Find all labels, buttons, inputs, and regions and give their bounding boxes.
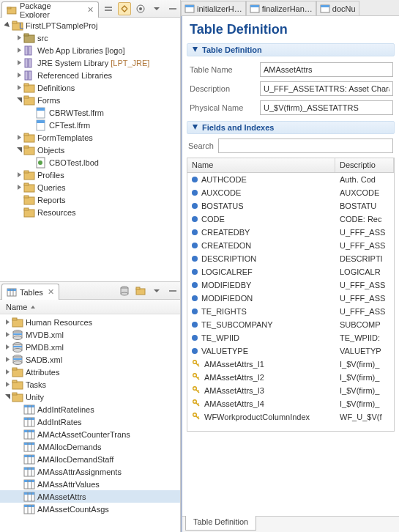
tree-form-file[interactable]: CBRWTest.lfrm xyxy=(0,106,180,119)
field-row[interactable]: AUTHCODEAuth. Cod xyxy=(187,173,394,186)
twisty-closed-icon[interactable] xyxy=(15,133,23,142)
twisty-closed-icon[interactable] xyxy=(3,368,12,377)
tree-objects[interactable]: Objects xyxy=(0,144,180,156)
twisty-open-icon[interactable] xyxy=(15,96,23,105)
input-description[interactable] xyxy=(260,81,393,96)
tree-queries[interactable]: Queries xyxy=(0,181,180,193)
tables-tab[interactable]: Tables ✕ xyxy=(1,284,59,300)
twisty-closed-icon[interactable] xyxy=(15,46,23,55)
tree-folder-tasks[interactable]: Tasks xyxy=(0,378,180,391)
tree-reports[interactable]: Reports xyxy=(0,193,180,206)
link-editor-button[interactable] xyxy=(118,2,131,15)
package-explorer-tree[interactable]: L FirstLPTSampleProj src Web App Librari… xyxy=(0,18,180,281)
twisty-closed-icon[interactable] xyxy=(3,330,12,339)
input-physical-name[interactable] xyxy=(260,100,393,115)
section-table-definition[interactable]: Table Definition xyxy=(187,43,395,56)
field-row[interactable]: BOSTATUSBOSTATU xyxy=(187,199,394,213)
tables-column-header[interactable]: Name xyxy=(0,300,180,314)
tree-db-pmdb[interactable]: PMDB.xml xyxy=(0,341,180,353)
twisty-closed-icon[interactable] xyxy=(15,71,23,80)
twisty-closed-icon[interactable] xyxy=(15,84,23,92)
tree-formtpl[interactable]: FormTemplates xyxy=(0,131,180,144)
table-item[interactable]: AddIntRatelines xyxy=(0,403,180,415)
folder-button[interactable] xyxy=(134,284,147,298)
field-row[interactable]: TE_SUBCOMPANYSUBCOMP xyxy=(187,318,394,331)
twisty-closed-icon[interactable] xyxy=(15,183,23,192)
field-row[interactable]: MODIFIEDONU_FFF_ASS xyxy=(187,292,394,305)
tree-jre[interactable]: JRE System Library [LPT_JRE] xyxy=(0,56,180,69)
field-row[interactable]: AUXCODEAUXCODE xyxy=(187,186,394,199)
editor-tab[interactable]: initializerH… xyxy=(181,1,246,15)
editor-tab[interactable]: docNu xyxy=(316,1,359,15)
cross-icon[interactable]: ✕ xyxy=(87,5,94,15)
tree-object-file[interactable]: CBOTest.lbod xyxy=(0,156,180,169)
twisty-open-icon[interactable] xyxy=(15,146,23,155)
search-input[interactable] xyxy=(218,138,393,153)
field-row[interactable]: DESCRIPTIONDESCRIPTI xyxy=(187,252,394,265)
fields-table-body[interactable]: AUTHCODEAuth. CodAUXCODEAUXCODEBOSTATUSB… xyxy=(187,173,394,431)
tree-src[interactable]: src xyxy=(0,32,180,44)
tree-resources[interactable]: Resources xyxy=(0,206,180,218)
table-item[interactable]: AMAssAttrValues xyxy=(0,478,180,490)
collapse-all-button[interactable] xyxy=(102,2,115,15)
editor-tab[interactable]: finalizerHan… xyxy=(246,1,316,15)
fields-table-header[interactable]: Name Descriptio xyxy=(187,158,394,173)
field-row[interactable]: TE_RIGHTSU_FFF_ASS xyxy=(187,305,394,318)
package-explorer-tab[interactable]: Package Explorer ✕ xyxy=(1,1,99,18)
field-row[interactable]: VALUETYPEVALUETYP xyxy=(187,344,394,358)
table-item[interactable]: AMAllocDemands xyxy=(0,440,180,453)
col-description[interactable]: Descriptio xyxy=(335,158,394,172)
view-menu-button[interactable] xyxy=(150,2,163,15)
col-name[interactable]: Name xyxy=(187,158,335,172)
table-item[interactable]: AMAllocDemandStaff xyxy=(0,453,180,465)
tables-tree[interactable]: Human Resources MVDB.xml PMDB.xml SADB.x… xyxy=(0,314,180,532)
twisty-closed-icon[interactable] xyxy=(15,59,23,67)
tree-folder-unity[interactable]: Unity xyxy=(0,391,180,403)
twisty-closed-icon[interactable] xyxy=(3,355,12,364)
twisty-closed-icon[interactable] xyxy=(15,171,23,180)
field-row[interactable]: AMAssetAttrs_I3I_$V(firm)_ xyxy=(187,384,394,397)
table-item[interactable]: AMAssetCountAsgs xyxy=(0,503,180,515)
twisty-open-icon[interactable] xyxy=(3,21,12,30)
tree-forms[interactable]: Forms xyxy=(0,94,180,106)
field-row[interactable]: CREATEDONU_FFF_ASS xyxy=(187,239,394,252)
field-row[interactable]: AMAssetAttrs_I2I_$V(firm)_ xyxy=(187,371,394,384)
table-item[interactable]: AMAssAttrAssignments xyxy=(0,465,180,478)
db-icon-button[interactable] xyxy=(118,284,131,298)
focus-task-button[interactable] xyxy=(134,2,147,15)
field-row[interactable]: MODIFIEDBYU_FFF_ASS xyxy=(187,278,394,292)
minimize-icon[interactable] xyxy=(168,4,177,13)
twisty-closed-icon[interactable] xyxy=(3,343,12,352)
field-row[interactable]: AMAssetAttrs_I1I_$V(firm)_ xyxy=(187,358,394,371)
table-item[interactable]: AMActAssetCounterTrans xyxy=(0,428,180,440)
twisty-closed-icon[interactable] xyxy=(15,34,23,43)
table-item-selected[interactable]: AMAssetAttrs xyxy=(0,490,180,503)
field-row[interactable]: LOGICALREFLOGICALR xyxy=(187,265,394,278)
section-fields-indexes[interactable]: Fields and Indexes xyxy=(187,121,395,134)
twisty-closed-icon[interactable] xyxy=(3,380,12,389)
tree-webapp[interactable]: Web App Libraries [logo] xyxy=(0,44,180,56)
tree-project[interactable]: L FirstLPTSampleProj xyxy=(0,19,180,32)
bottom-tab-table-definition[interactable]: Table Definition xyxy=(185,516,256,531)
tree-db-sadb[interactable]: SADB.xml xyxy=(0,353,180,366)
field-row[interactable]: CREATEDBYU_FFF_ASS xyxy=(187,226,394,239)
field-row[interactable]: AMAssetAttrs_I4I_$V(firm)_ xyxy=(187,397,394,410)
view-menu-button[interactable] xyxy=(150,284,163,298)
tree-form-file[interactable]: CFTest.lfrm xyxy=(0,119,180,131)
input-table-name[interactable] xyxy=(260,62,393,77)
twisty-open-icon[interactable] xyxy=(3,393,12,402)
tree-reflib[interactable]: Referenced Libraries xyxy=(0,69,180,81)
field-description: BOSTATU xyxy=(335,202,394,210)
twisty-closed-icon[interactable] xyxy=(3,318,12,327)
tree-profiles[interactable]: Profiles xyxy=(0,169,180,181)
tree-db-hr[interactable]: Human Resources xyxy=(0,316,180,328)
tree-definitions[interactable]: Definitions xyxy=(0,81,180,94)
field-row[interactable]: CODECODE: Rec xyxy=(187,213,394,226)
minimize-icon[interactable] xyxy=(168,287,177,295)
field-row[interactable]: WFWorkproductColumnIndexWF_U_$V(f xyxy=(187,410,394,424)
field-row[interactable]: TE_WPIIDTE_WPIID: xyxy=(187,331,394,344)
tree-db-mvdb[interactable]: MVDB.xml xyxy=(0,328,180,341)
table-item[interactable]: AddIntRates xyxy=(0,415,180,428)
tree-folder-attributes[interactable]: Attributes xyxy=(0,366,180,378)
cross-icon[interactable]: ✕ xyxy=(48,287,54,297)
